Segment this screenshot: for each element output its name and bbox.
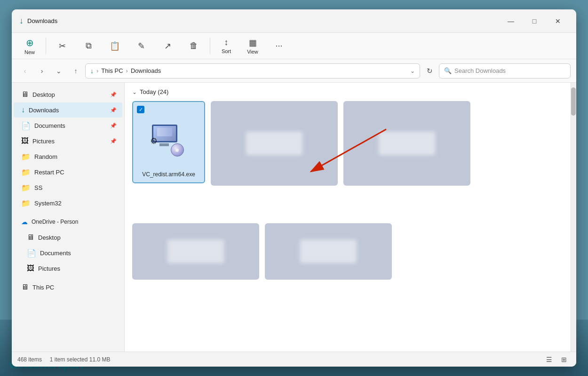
delete-button[interactable]: 🗑 — [182, 35, 206, 57]
new-label: New — [24, 49, 35, 55]
desktop-pin-icon: 📌 — [110, 92, 117, 98]
delete-icon: 🗑 — [190, 41, 198, 51]
sidebar-item-od-pictures-label: Pictures — [38, 265, 60, 272]
pictures-icon: 🖼 — [21, 137, 29, 145]
sidebar-item-onedrive[interactable]: ☁ OneDrive - Person — [14, 214, 122, 229]
blurred-file-2[interactable] — [343, 101, 470, 186]
copy-button[interactable]: ⧉ — [76, 35, 101, 57]
scrollbar-thumb[interactable] — [571, 87, 576, 116]
vc-icon: ⚙ — [150, 123, 188, 160]
sidebar-item-od-pictures[interactable]: 🖼 Pictures — [14, 261, 122, 276]
search-icon: 🔍 — [444, 67, 452, 74]
sidebar-item-od-desktop[interactable]: 🖥 Desktop — [14, 230, 122, 245]
sort-label: Sort — [222, 48, 231, 54]
addressbar: ‹ › ⌄ ↑ ↓ › This PC › Downloads ⌄ ↻ 🔍 Se… — [12, 59, 576, 83]
address-download-icon: ↓ — [90, 67, 94, 75]
sidebar-item-restartpc[interactable]: 📁 Restart PC — [14, 164, 122, 180]
forward-button[interactable]: › — [34, 63, 49, 78]
view-button[interactable]: ▦ View — [240, 35, 265, 57]
search-box[interactable]: 🔍 Search Downloads — [439, 63, 571, 78]
more-button[interactable]: ··· — [267, 35, 291, 57]
blurred-file-1[interactable] — [211, 101, 338, 186]
blur-inner-4 — [300, 240, 357, 263]
sort-button[interactable]: ↕ Sort — [214, 35, 238, 57]
address-box[interactable]: ↓ › This PC › Downloads ⌄ — [85, 63, 420, 78]
copy-icon: ⧉ — [86, 41, 92, 51]
od-pictures-icon: 🖼 — [27, 264, 34, 273]
ss-icon: 📁 — [21, 183, 31, 192]
recent-button[interactable]: ⌄ — [51, 63, 66, 78]
share-button[interactable]: ↗ — [155, 35, 180, 57]
sidebar-item-downloads[interactable]: ↓ Downloads 📌 — [14, 102, 122, 118]
desktop-icon: 🖥 — [21, 90, 29, 99]
list-view-button[interactable]: ☰ — [542, 354, 556, 365]
title-icon: ↓ — [19, 16, 24, 26]
content-scrollbar[interactable] — [571, 83, 576, 352]
maximize-button[interactable]: □ — [524, 14, 545, 29]
sidebar-item-system32[interactable]: 📁 System32 — [14, 196, 122, 211]
blur-inner-3 — [167, 240, 224, 263]
back-button[interactable]: ‹ — [17, 63, 32, 78]
cd-disc — [171, 143, 184, 157]
toolbar: ⊕ New ✂ ⧉ 📋 ✎ ↗ 🗑 ↕ Sort ▦ View — [12, 33, 576, 59]
sidebar-item-desktop[interactable]: 🖥 Desktop 📌 — [14, 87, 122, 102]
cut-button[interactable]: ✂ — [50, 35, 74, 57]
items-count: 468 items — [17, 356, 42, 363]
toolbar-separator-2 — [210, 38, 210, 55]
blur-inner-1 — [246, 132, 302, 155]
address-separator-2: › — [126, 67, 128, 74]
minimize-button[interactable]: — — [500, 14, 522, 29]
new-button[interactable]: ⊕ New — [17, 35, 42, 57]
more-icon: ··· — [275, 41, 282, 51]
group-chevron[interactable]: ⌄ — [132, 89, 137, 95]
rename-icon: ✎ — [138, 41, 145, 51]
cd-hole — [175, 149, 179, 152]
sidebar-item-pictures[interactable]: 🖼 Pictures 📌 — [14, 133, 122, 149]
sidebar-item-onedrive-label: OneDrive - Person — [32, 219, 78, 225]
refresh-button[interactable]: ↻ — [422, 63, 437, 78]
blurred-files-row — [211, 101, 470, 186]
file-item-vc-redist[interactable]: ✓ — [132, 101, 205, 183]
sidebar-item-thispc[interactable]: 🖥 This PC — [14, 280, 122, 295]
selected-info: 1 item selected 11.0 MB — [50, 356, 111, 363]
statusbar-view-buttons: ☰ ⊞ — [542, 354, 571, 365]
sidebar-item-od-documents[interactable]: 📄 Documents — [14, 245, 122, 260]
blurred-file-4[interactable] — [265, 223, 392, 280]
address-folder: Downloads — [131, 67, 161, 74]
files-grid: ✓ — [132, 101, 569, 186]
file-explorer-window: ↓ Downloads — □ ✕ ⊕ New ✂ ⧉ 📋 ✎ ↗ 🗑 — [12, 9, 576, 367]
toolbar-separator-1 — [46, 38, 46, 55]
blur-inner-2 — [379, 132, 435, 155]
od-desktop-icon: 🖥 — [27, 233, 34, 242]
monitor-stand — [159, 143, 169, 146]
blurred-file-3[interactable] — [132, 223, 259, 280]
sidebar-item-od-desktop-label: Desktop — [38, 234, 61, 241]
address-thispc: This PC — [101, 67, 123, 74]
up-button[interactable]: ↑ — [68, 63, 83, 78]
view-icon: ▦ — [249, 38, 257, 48]
statusbar-info: 468 items 1 item selected 11.0 MB — [17, 356, 110, 363]
sidebar-item-ss[interactable]: 📁 SS — [14, 180, 122, 195]
screen-content — [157, 128, 172, 136]
file-checkbox[interactable]: ✓ — [137, 106, 144, 113]
grid-view-button[interactable]: ⊞ — [557, 354, 571, 365]
rename-button[interactable]: ✎ — [129, 35, 153, 57]
close-button[interactable]: ✕ — [547, 14, 569, 29]
sidebar-item-documents-label: Documents — [34, 122, 65, 129]
group-header-today: ⌄ Today (24) — [132, 88, 569, 95]
paste-button[interactable]: 📋 — [103, 35, 127, 57]
address-dropdown-button[interactable]: ⌄ — [410, 68, 415, 74]
sidebar-item-random[interactable]: 📁 Random — [14, 149, 122, 164]
file-name-vc-redist: VC_redist.arm64.exe — [142, 171, 195, 178]
od-documents-icon: 📄 — [27, 249, 36, 258]
downloads-icon: ↓ — [21, 106, 25, 114]
window-title: Downloads — [27, 17, 500, 24]
titlebar: ↓ Downloads — □ ✕ — [12, 9, 576, 33]
new-icon: ⊕ — [26, 37, 34, 48]
cut-icon: ✂ — [59, 41, 66, 51]
group-label: Today (24) — [140, 88, 168, 95]
files-container: ✓ — [132, 101, 569, 280]
content-area: ⌄ Today (24) ✓ — [125, 83, 576, 352]
tool-icon: ⚙ — [150, 136, 158, 146]
sidebar-item-documents[interactable]: 📄 Documents 📌 — [14, 118, 122, 133]
